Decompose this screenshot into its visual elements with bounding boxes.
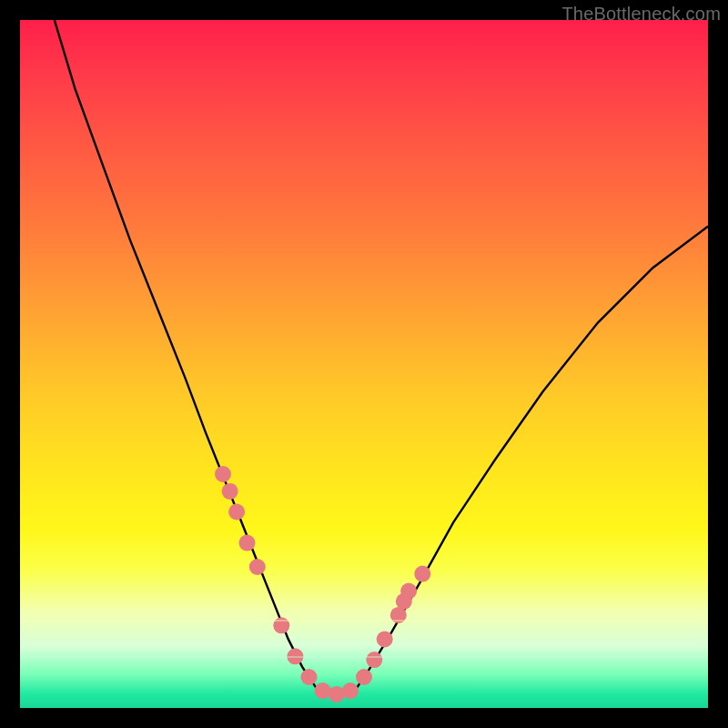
chart-frame (20, 20, 708, 708)
highlight-dot (228, 504, 245, 521)
highlight-dot (400, 583, 417, 600)
highlight-dot (301, 669, 318, 685)
highlight-dot (377, 631, 393, 647)
highlight-dot (315, 682, 331, 699)
highlight-dot (342, 682, 359, 699)
highlight-dots (215, 466, 430, 703)
chart-overlay (20, 20, 708, 708)
highlight-dot (356, 669, 372, 685)
highlight-dot (329, 686, 345, 703)
highlight-dot (249, 559, 266, 575)
highlight-dot (366, 652, 382, 668)
highlight-dot (414, 566, 430, 582)
highlight-dot (215, 466, 231, 482)
bottleneck-curve (55, 20, 708, 694)
watermark-text: TheBottleneck.com (561, 4, 721, 25)
highlight-dot (222, 483, 238, 500)
highlight-dot (239, 535, 256, 551)
